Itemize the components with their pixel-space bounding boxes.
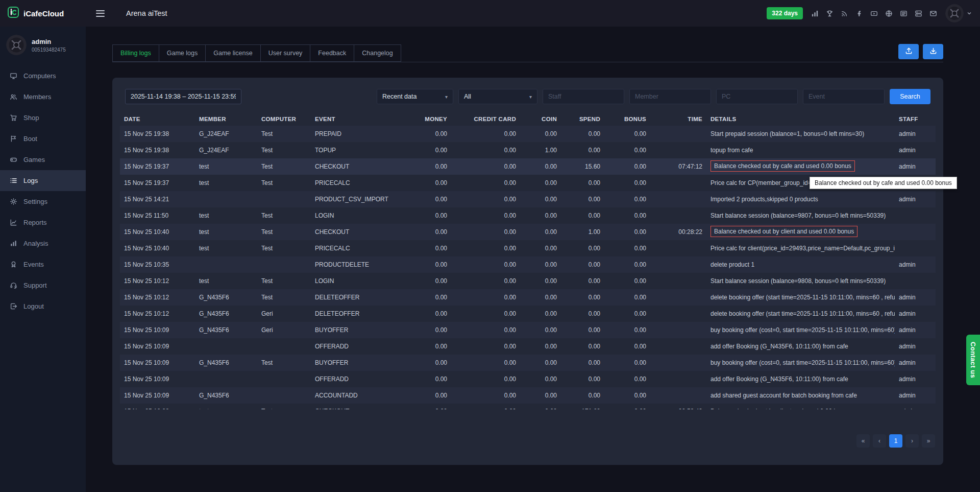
table-row[interactable]: 15 Nov 25 10:12G_N435F6TestDELETEOFFER0.… [120, 289, 936, 306]
trophy-icon[interactable] [826, 10, 834, 17]
tab-feedback[interactable]: Feedback [310, 44, 354, 62]
table-row[interactable]: 15 Nov 25 10:40testTestCHECKOUT0.000.000… [120, 224, 936, 240]
table-row[interactable]: 15 Nov 25 19:38G_J24EAFTestTOPUP0.000.00… [120, 142, 936, 158]
sidebar-item-logout[interactable]: Logout [0, 296, 86, 317]
table-row[interactable]: 15 Nov 25 10:09G_N435F6GeriBUYOFFER0.000… [120, 322, 936, 338]
sidebar-item-boot[interactable]: Boot [0, 128, 86, 149]
cell-date: 15 Nov 25 10:40 [120, 245, 195, 252]
cell-credit-card: 0.00 [451, 163, 520, 170]
page-nav-button[interactable]: › [905, 434, 919, 448]
table-row[interactable]: 15 Nov 25 10:12testTestLOGIN0.000.000.00… [120, 273, 936, 289]
staff-input[interactable] [543, 89, 624, 104]
page-current[interactable]: 1 [889, 434, 902, 448]
table-row[interactable]: 15 Nov 25 10:09G_N435F6ACCOUNTADD0.000.0… [120, 387, 936, 404]
cell-credit-card: 0.00 [451, 147, 520, 154]
sidebar-item-settings[interactable]: Settings [0, 191, 86, 212]
cell-bonus: 0.00 [604, 326, 650, 334]
column-header-date: DATE [120, 116, 195, 122]
sidebar-item-support[interactable]: Support [0, 275, 86, 296]
tabs: Billing logsGame logsGame licenseUser su… [112, 44, 401, 62]
sidebar-item-shop[interactable]: Shop [0, 107, 86, 128]
table-row[interactable]: 15 Nov 25 10:12G_N435F6GeriDELETEOFFER0.… [120, 306, 936, 322]
table-row[interactable]: 15 Nov 25 10:09G_N435F6TestBUYOFFER0.000… [120, 355, 936, 371]
globe-icon[interactable] [885, 10, 893, 17]
cell-event: BUYOFFER [311, 359, 400, 366]
hamburger-menu-icon[interactable] [94, 8, 107, 19]
logs-table: DATEMEMBERCOMPUTEREVENTMONEYCREDIT CARDC… [120, 112, 936, 409]
tab-game-logs[interactable]: Game logs [159, 44, 205, 62]
sidebar-item-label: Members [23, 93, 51, 101]
tab-billing-logs[interactable]: Billing logs [112, 44, 159, 62]
table-row[interactable]: 15 Nov 25 10:09OFFERADD0.000.000.000.000… [120, 371, 936, 387]
cell-bonus: 0.00 [604, 376, 650, 383]
download-button[interactable] [923, 44, 943, 59]
table-row[interactable]: 15 Nov 25 14:21PRODUCT_CSV_IMPORT0.000.0… [120, 191, 936, 207]
table-row[interactable]: 15 Nov 25 19:37testTestCHECKOUT0.000.000… [120, 158, 936, 175]
sidebar-item-computers[interactable]: Computers [0, 65, 86, 86]
table-row[interactable]: 15 Nov 25 10:09OFFERADD0.000.000.000.000… [120, 338, 936, 355]
sidebar-item-members[interactable]: Members [0, 86, 86, 107]
cell-date: 15 Nov 25 10:09 [120, 326, 195, 334]
event-input[interactable] [803, 89, 885, 104]
page-nav-button[interactable]: » [922, 434, 935, 448]
date-range-input[interactable] [125, 89, 241, 104]
cell-details: buy booking offer (cost=0, start time=20… [706, 359, 895, 366]
cell-member: G_N435F6 [195, 359, 257, 366]
cell-credit-card: 0.00 [451, 179, 520, 186]
upload-button[interactable] [898, 44, 919, 59]
recent-data-select[interactable]: Recent data ▾ [377, 89, 453, 104]
brand-logo[interactable]: iCafeCloud [0, 6, 86, 20]
tab-game-license[interactable]: Game license [205, 44, 260, 62]
sidebar-item-reports[interactable]: Reports [0, 212, 86, 233]
page-nav-button[interactable]: ‹ [873, 434, 886, 448]
column-header-money: MONEY [400, 116, 451, 122]
tab-changelog[interactable]: Changelog [354, 44, 401, 62]
contact-us-button[interactable]: Contact us [966, 335, 980, 385]
cell-staff: admin [895, 130, 936, 137]
cell-coin: 0.00 [520, 376, 561, 383]
stats-icon[interactable] [811, 10, 819, 17]
days-badge[interactable]: 322 days [767, 7, 803, 19]
cell-bonus: 0.00 [604, 245, 650, 252]
cell-credit-card: 0.00 [451, 392, 520, 399]
cell-details: topup from cafe [706, 147, 895, 154]
server-icon[interactable] [915, 10, 922, 17]
sidebar-item-analysis[interactable]: Analysis [0, 233, 86, 254]
sidebar-item-logs[interactable]: Logs [0, 170, 86, 191]
cell-event: LOGIN [311, 277, 400, 285]
cell-date: 15 Nov 25 10:08 [120, 404, 195, 409]
rss-icon[interactable] [841, 10, 848, 17]
cell-credit-card: 0.00 [451, 359, 520, 366]
table-row[interactable]: 15 Nov 25 19:38G_J24EAFTestPREPAID0.000.… [120, 126, 936, 142]
logout-icon [9, 302, 17, 310]
user-menu[interactable] [945, 4, 972, 22]
mail-icon[interactable] [929, 10, 937, 17]
youtube-icon[interactable] [870, 10, 878, 17]
news-icon[interactable] [900, 10, 908, 17]
cell-date: 15 Nov 25 10:12 [120, 277, 195, 285]
cell-credit-card: 0.00 [451, 310, 520, 317]
facebook-icon[interactable] [855, 10, 863, 17]
cell-coin: 0.00 [520, 294, 561, 301]
cell-event: LOGIN [311, 212, 400, 219]
sidebar-item-events[interactable]: Events [0, 254, 86, 275]
tab-user-survey[interactable]: User survey [260, 44, 310, 62]
page-nav-button[interactable]: « [856, 434, 870, 448]
sidebar-item-games[interactable]: Games [0, 149, 86, 170]
cell-coin: 1.00 [520, 147, 561, 154]
type-select[interactable]: All ▾ [458, 89, 537, 104]
table-row[interactable]: 15 Nov 25 10:08testTestCHECKOUT0.000.000… [120, 404, 936, 409]
pc-input[interactable] [716, 89, 798, 104]
cell-time: 00:28:22 [650, 228, 706, 236]
pagination: «‹1›» [856, 434, 935, 448]
table-row[interactable]: 15 Nov 25 10:40testTestPRICECALC0.000.00… [120, 240, 936, 256]
cell-money: 0.00 [400, 326, 451, 334]
cell-computer: Test [257, 294, 311, 301]
table-row[interactable]: 15 Nov 25 11:50testTestLOGIN0.000.000.00… [120, 207, 936, 224]
cell-event: PREPAID [311, 130, 400, 137]
table-row[interactable]: 15 Nov 25 10:35PRODUCTDELETE0.000.000.00… [120, 256, 936, 273]
search-button[interactable]: Search [890, 89, 930, 104]
cell-bonus: 0.00 [604, 359, 650, 366]
cell-computer: Geri [257, 310, 311, 317]
member-input[interactable] [629, 89, 711, 104]
